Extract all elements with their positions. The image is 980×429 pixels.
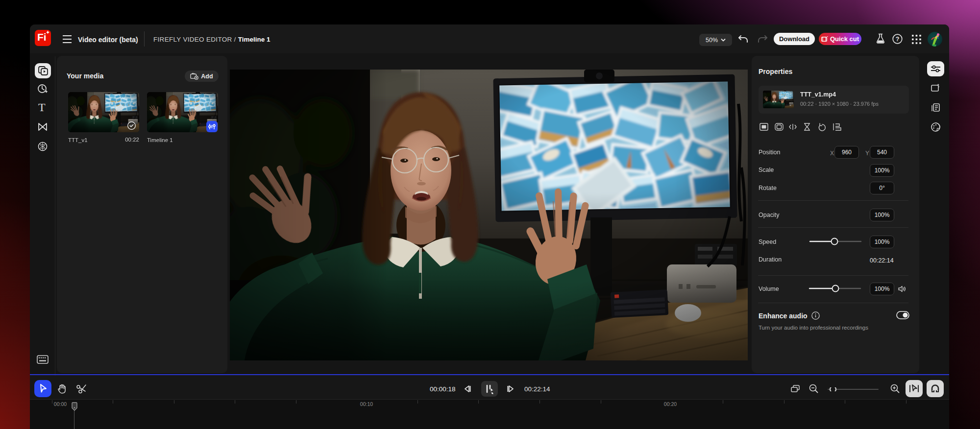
svg-text:?: ? xyxy=(896,36,900,43)
